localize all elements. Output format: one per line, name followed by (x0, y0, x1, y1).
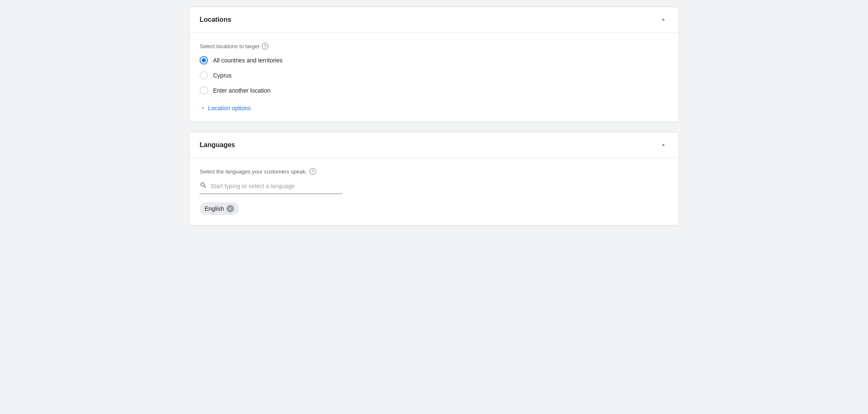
locations-body: Select locations to target ? All countri… (190, 33, 678, 122)
radio-another-location-circle[interactable] (200, 86, 208, 95)
languages-help-icon[interactable]: ? (309, 168, 316, 175)
language-tag-english-remove-button[interactable] (226, 205, 234, 212)
language-tag-english-label: English (205, 205, 224, 212)
locations-radio-group: All countries and territories Cyprus Ent… (200, 56, 668, 95)
radio-cyprus[interactable]: Cyprus (200, 71, 668, 80)
radio-another-location[interactable]: Enter another location (200, 86, 668, 95)
locations-header[interactable]: Locations (190, 7, 678, 33)
languages-collapse-icon[interactable] (658, 140, 668, 150)
language-search-container (200, 181, 342, 194)
radio-cyprus-circle[interactable] (200, 71, 208, 80)
languages-section-label: Select the languages your customers spea… (200, 168, 668, 175)
radio-all-countries-label: All countries and territories (213, 57, 283, 64)
location-options-link[interactable]: Location options (200, 105, 668, 111)
radio-another-location-label: Enter another location (213, 87, 270, 94)
search-icon (200, 181, 207, 190)
locations-help-icon[interactable]: ? (262, 43, 268, 49)
language-search-input[interactable] (211, 183, 342, 189)
radio-all-countries-circle[interactable] (200, 56, 208, 65)
locations-card: Locations Select locations to target ? A… (189, 7, 679, 122)
page-container: Locations Select locations to target ? A… (182, 0, 686, 232)
locations-title: Locations (200, 16, 231, 23)
locations-section-label: Select locations to target ? (200, 43, 668, 49)
radio-all-countries[interactable]: All countries and territories (200, 56, 668, 65)
languages-body: Select the languages your customers spea… (190, 158, 678, 225)
languages-card: Languages Select the languages your cust… (189, 132, 679, 225)
languages-title: Languages (200, 141, 235, 149)
locations-collapse-icon[interactable] (658, 15, 668, 25)
languages-header[interactable]: Languages (190, 132, 678, 158)
chevron-down-icon (200, 105, 206, 111)
language-tags-container: English (200, 202, 668, 215)
radio-cyprus-label: Cyprus (213, 72, 231, 79)
language-tag-english: English (200, 202, 239, 215)
section-divider (189, 125, 679, 129)
